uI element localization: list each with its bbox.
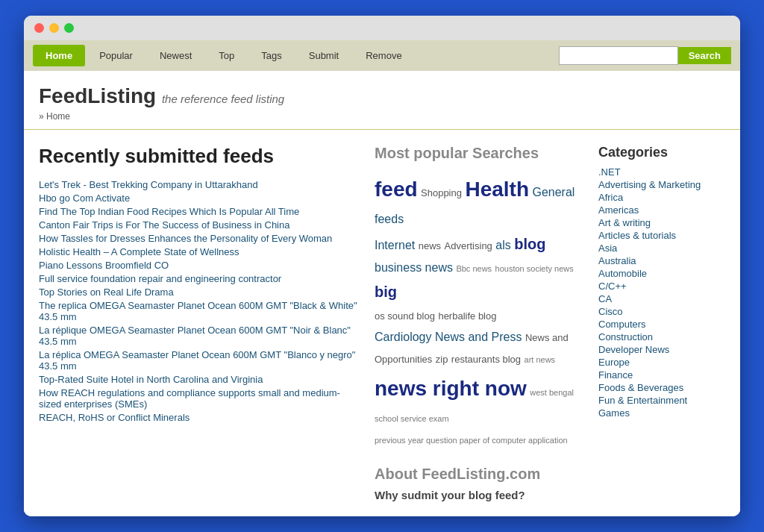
feed-list: Let's Trek - Best Trekking Company in Ut… [39, 179, 360, 423]
nav-top[interactable]: Top [206, 45, 247, 66]
category-link[interactable]: Australia [598, 255, 636, 266]
content-wrapper: FeedListing the reference feed listing »… [24, 71, 740, 516]
tag-internet[interactable]: Internet [375, 239, 415, 251]
nav-tags[interactable]: Tags [248, 45, 294, 66]
list-item: Australia [598, 255, 725, 266]
tag-big[interactable]: big [375, 284, 397, 300]
list-item: REACH, RoHS or Conflict Minerals [39, 412, 360, 423]
category-link[interactable]: Americas [598, 204, 639, 216]
tagline: the reference feed listing [162, 93, 284, 105]
tag-advertising[interactable]: Advertising [445, 240, 492, 251]
tag-os-sound[interactable]: os sound blog [375, 310, 435, 322]
feed-link[interactable]: Hbo go Com Activate [39, 193, 130, 204]
tag-houston[interactable]: houston society news [495, 264, 574, 273]
category-link[interactable]: C/C++ [598, 281, 627, 292]
category-link[interactable]: Automobile [598, 268, 647, 279]
category-link[interactable]: .NET [598, 166, 621, 178]
tag-news[interactable]: news [419, 240, 441, 251]
main-content: Recently submitted feeds Let's Trek - Be… [24, 130, 740, 516]
feed-link[interactable]: How REACH regulations and compliance sup… [39, 387, 340, 410]
list-item: Let's Trek - Best Trekking Company in Ut… [39, 179, 360, 190]
category-link[interactable]: Africa [598, 192, 623, 203]
list-item: Finance [598, 369, 725, 381]
tag-shopping[interactable]: Shopping [421, 187, 462, 198]
list-item: La réplica OMEGA Seamaster Planet Ocean … [39, 349, 360, 372]
list-item: Africa [598, 192, 725, 203]
category-link[interactable]: Games [598, 407, 630, 419]
tag-cloud: feed Shopping Health General feeds Inter… [375, 171, 583, 450]
category-link[interactable]: Finance [598, 369, 633, 381]
tag-restaurants[interactable]: restaurants blog [451, 354, 521, 365]
nav-submit[interactable]: Submit [296, 45, 351, 66]
nav-home[interactable]: Home [33, 45, 85, 66]
tag-zip[interactable]: zip [436, 354, 448, 365]
tag-bbc-news[interactable]: Bbc news [456, 264, 492, 273]
list-item: Foods & Beverages [598, 382, 725, 393]
maximize-button[interactable] [64, 23, 74, 33]
tag-herbalife[interactable]: herbalife blog [438, 310, 496, 322]
close-button[interactable] [34, 23, 44, 33]
search-button[interactable]: Search [678, 47, 731, 64]
feed-link[interactable]: How Tassles for Dresses Enhances the Per… [39, 233, 332, 244]
tag-feed[interactable]: feed [375, 178, 418, 201]
nav-popular[interactable]: Popular [87, 45, 145, 66]
category-link[interactable]: Asia [598, 242, 617, 254]
nav-remove[interactable]: Remove [353, 45, 414, 66]
minimize-button[interactable] [49, 23, 59, 33]
list-item: Games [598, 407, 725, 419]
feed-link[interactable]: Piano Lessons Broomfield CO [39, 260, 169, 271]
feed-link[interactable]: Let's Trek - Best Trekking Company in Ut… [39, 179, 258, 190]
category-link[interactable]: Foods & Beverages [598, 382, 683, 393]
about-title: About FeedListing.com [375, 466, 583, 483]
categories-title: Categories [598, 145, 725, 160]
feed-link[interactable]: La réplique OMEGA Seamaster Planet Ocean… [39, 325, 351, 347]
tag-art-news[interactable]: art news [525, 355, 556, 364]
search-input[interactable] [559, 46, 678, 65]
feed-link[interactable]: Full service foundation repair and engin… [39, 273, 281, 284]
category-link[interactable]: Construction [598, 331, 653, 342]
tag-news-right-now[interactable]: news right now [375, 377, 527, 400]
list-item: Computers [598, 319, 725, 330]
header-section: FeedListing the reference feed listing »… [24, 71, 740, 130]
tag-blog[interactable]: blog [514, 236, 545, 252]
about-section: About FeedListing.com Why sudmit your bl… [375, 466, 583, 501]
category-link[interactable]: Cisco [598, 306, 623, 317]
left-column: Recently submitted feeds Let's Trek - Be… [39, 145, 360, 501]
category-link[interactable]: Fun & Entertainment [598, 395, 687, 406]
list-item: CA [598, 293, 725, 304]
feed-link[interactable]: Top Stories on Real Life Drama [39, 287, 174, 298]
feed-link[interactable]: Top-Rated Suite Hotel in North Carolina … [39, 374, 263, 385]
category-link[interactable]: Developer News [598, 344, 669, 355]
tag-health[interactable]: Health [465, 178, 529, 201]
feed-link[interactable]: The replica OMEGA Seamaster Planet Ocean… [39, 300, 357, 322]
tag-als[interactable]: als [495, 239, 510, 251]
breadcrumb: » Home [39, 111, 725, 122]
list-item: .NET [598, 166, 725, 178]
list-item: Fun & Entertainment [598, 395, 725, 406]
list-item: Top Stories on Real Life Drama [39, 287, 360, 298]
feed-link[interactable]: Holistic Health – A Complete State of We… [39, 246, 239, 257]
list-item: Advertising & Marketing [598, 179, 725, 190]
list-item: Top-Rated Suite Hotel in North Carolina … [39, 374, 360, 385]
list-item: Americas [598, 204, 725, 216]
nav-newest[interactable]: Newest [147, 45, 204, 66]
feed-link[interactable]: REACH, RoHS or Conflict Minerals [39, 412, 190, 423]
section-title: Recently submitted feeds [39, 145, 360, 168]
list-item: Art & writing [598, 217, 725, 228]
category-link[interactable]: Art & writing [598, 217, 651, 228]
breadcrumb-home[interactable]: » Home [39, 111, 70, 122]
category-link[interactable]: Advertising & Marketing [598, 179, 701, 190]
tag-question-paper[interactable]: previous year question paper of computer… [375, 436, 568, 445]
category-link[interactable]: CA [598, 293, 612, 304]
feed-link[interactable]: Canton Fair Trips is For The Success of … [39, 219, 289, 231]
category-link[interactable]: Computers [598, 319, 646, 330]
category-link[interactable]: Europe [598, 357, 630, 368]
about-subtitle: Why sudmit your blog feed? [375, 489, 583, 501]
category-link[interactable]: Articles & tutorials [598, 230, 676, 241]
tag-cardiology[interactable]: Cardiology News and Press [375, 331, 522, 343]
list-item: Hbo go Com Activate [39, 193, 360, 204]
tag-business-news[interactable]: business news [375, 261, 453, 274]
feed-link[interactable]: Find The Top Indian Food Recipes Which I… [39, 206, 299, 217]
feed-link[interactable]: La réplica OMEGA Seamaster Planet Ocean … [39, 349, 355, 372]
list-item: Cisco [598, 306, 725, 317]
